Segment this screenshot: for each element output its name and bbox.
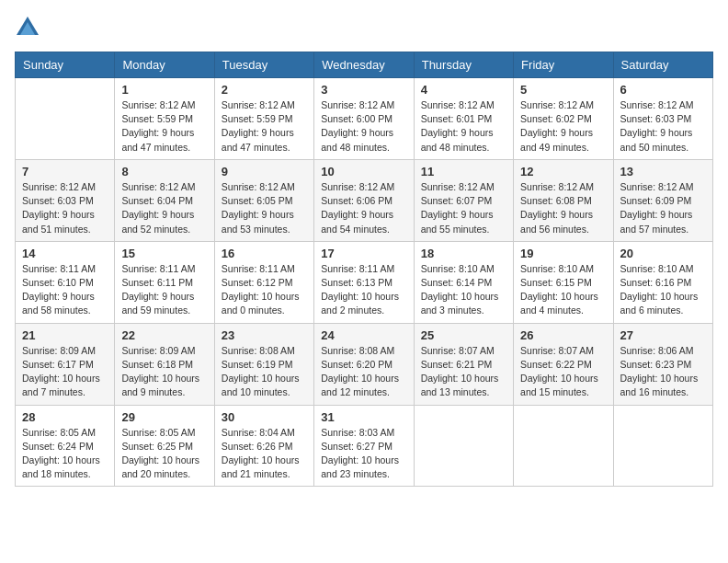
day-info: Sunrise: 8:10 AM Sunset: 6:14 PM Dayligh… [421, 262, 506, 318]
day-number: 24 [321, 328, 406, 342]
day-number: 31 [321, 410, 406, 424]
calendar-cell: 16Sunrise: 8:11 AM Sunset: 6:12 PM Dayli… [214, 241, 313, 323]
calendar-cell: 1Sunrise: 8:12 AM Sunset: 5:59 PM Daylig… [115, 78, 214, 160]
day-info: Sunrise: 8:12 AM Sunset: 5:59 PM Dayligh… [121, 98, 207, 155]
calendar-cell: 17Sunrise: 8:11 AM Sunset: 6:13 PM Dayli… [314, 241, 414, 323]
calendar-cell: 31Sunrise: 8:03 AM Sunset: 6:27 PM Dayli… [314, 405, 414, 487]
day-info: Sunrise: 8:12 AM Sunset: 6:00 PM Dayligh… [321, 98, 406, 155]
day-number: 14 [22, 247, 108, 260]
calendar-week-row: 7Sunrise: 8:12 AM Sunset: 6:03 PM Daylig… [16, 159, 713, 241]
weekday-header-cell: Saturday [613, 52, 712, 78]
calendar-cell: 27Sunrise: 8:06 AM Sunset: 6:23 PM Dayli… [613, 323, 712, 405]
calendar-cell: 19Sunrise: 8:10 AM Sunset: 6:15 PM Dayli… [514, 241, 613, 323]
day-number: 22 [121, 328, 207, 342]
day-number: 29 [121, 410, 207, 424]
weekday-header-cell: Friday [514, 52, 613, 78]
calendar-cell: 30Sunrise: 8:04 AM Sunset: 6:26 PM Dayli… [214, 405, 313, 487]
calendar-cell: 24Sunrise: 8:08 AM Sunset: 6:20 PM Dayli… [314, 323, 414, 405]
day-info: Sunrise: 8:12 AM Sunset: 6:05 PM Dayligh… [222, 180, 307, 236]
calendar-cell: 2Sunrise: 8:12 AM Sunset: 5:59 PM Daylig… [214, 78, 313, 160]
day-info: Sunrise: 8:10 AM Sunset: 6:16 PM Dayligh… [620, 262, 706, 318]
calendar-cell: 5Sunrise: 8:12 AM Sunset: 6:02 PM Daylig… [514, 78, 613, 160]
calendar-cell: 29Sunrise: 8:05 AM Sunset: 6:25 PM Dayli… [115, 405, 214, 487]
day-info: Sunrise: 8:11 AM Sunset: 6:10 PM Dayligh… [22, 262, 108, 318]
day-number: 12 [520, 165, 606, 178]
calendar-cell: 12Sunrise: 8:12 AM Sunset: 6:08 PM Dayli… [514, 159, 613, 241]
day-number: 16 [222, 247, 307, 260]
calendar-cell [16, 78, 115, 160]
day-info: Sunrise: 8:05 AM Sunset: 6:24 PM Dayligh… [22, 426, 108, 482]
day-info: Sunrise: 8:11 AM Sunset: 6:13 PM Dayligh… [321, 262, 406, 318]
day-number: 26 [520, 328, 606, 342]
calendar-cell: 15Sunrise: 8:11 AM Sunset: 6:11 PM Dayli… [115, 241, 214, 323]
weekday-header-row: SundayMondayTuesdayWednesdayThursdayFrid… [16, 52, 713, 78]
calendar-cell: 20Sunrise: 8:10 AM Sunset: 6:16 PM Dayli… [613, 241, 712, 323]
day-info: Sunrise: 8:12 AM Sunset: 5:59 PM Dayligh… [222, 98, 307, 155]
day-info: Sunrise: 8:07 AM Sunset: 6:22 PM Dayligh… [520, 344, 606, 400]
day-info: Sunrise: 8:11 AM Sunset: 6:12 PM Dayligh… [222, 262, 307, 318]
day-number: 30 [222, 410, 307, 424]
calendar-week-row: 1Sunrise: 8:12 AM Sunset: 5:59 PM Daylig… [16, 78, 713, 160]
day-info: Sunrise: 8:12 AM Sunset: 6:09 PM Dayligh… [620, 180, 706, 236]
day-number: 28 [22, 410, 108, 424]
logo-icon [15, 15, 40, 40]
weekday-header-cell: Monday [115, 52, 214, 78]
calendar-table: SundayMondayTuesdayWednesdayThursdayFrid… [15, 52, 713, 487]
day-number: 5 [520, 83, 606, 97]
day-info: Sunrise: 8:09 AM Sunset: 6:18 PM Dayligh… [121, 344, 207, 400]
day-info: Sunrise: 8:10 AM Sunset: 6:15 PM Dayligh… [520, 262, 606, 318]
weekday-header-cell: Wednesday [314, 52, 414, 78]
calendar-cell: 8Sunrise: 8:12 AM Sunset: 6:04 PM Daylig… [115, 159, 214, 241]
calendar-cell [414, 405, 513, 487]
calendar-cell: 21Sunrise: 8:09 AM Sunset: 6:17 PM Dayli… [16, 323, 115, 405]
calendar-cell: 9Sunrise: 8:12 AM Sunset: 6:05 PM Daylig… [214, 159, 313, 241]
calendar-cell: 13Sunrise: 8:12 AM Sunset: 6:09 PM Dayli… [613, 159, 712, 241]
calendar-cell: 4Sunrise: 8:12 AM Sunset: 6:01 PM Daylig… [414, 78, 513, 160]
day-number: 4 [421, 83, 506, 97]
calendar-cell: 14Sunrise: 8:11 AM Sunset: 6:10 PM Dayli… [16, 241, 115, 323]
day-number: 27 [620, 328, 706, 342]
page-header [15, 15, 713, 40]
day-number: 21 [22, 328, 108, 342]
calendar-cell: 18Sunrise: 8:10 AM Sunset: 6:14 PM Dayli… [414, 241, 513, 323]
day-number: 9 [222, 165, 307, 178]
calendar-cell: 7Sunrise: 8:12 AM Sunset: 6:03 PM Daylig… [16, 159, 115, 241]
day-info: Sunrise: 8:12 AM Sunset: 6:02 PM Dayligh… [520, 98, 606, 155]
day-number: 2 [222, 83, 307, 97]
calendar-cell: 6Sunrise: 8:12 AM Sunset: 6:03 PM Daylig… [613, 78, 712, 160]
day-info: Sunrise: 8:09 AM Sunset: 6:17 PM Dayligh… [22, 344, 108, 400]
day-info: Sunrise: 8:12 AM Sunset: 6:03 PM Dayligh… [620, 98, 706, 155]
calendar-cell: 23Sunrise: 8:08 AM Sunset: 6:19 PM Dayli… [214, 323, 313, 405]
day-info: Sunrise: 8:12 AM Sunset: 6:03 PM Dayligh… [22, 180, 108, 236]
day-info: Sunrise: 8:08 AM Sunset: 6:20 PM Dayligh… [321, 344, 406, 400]
weekday-header-cell: Sunday [16, 52, 115, 78]
day-info: Sunrise: 8:12 AM Sunset: 6:08 PM Dayligh… [520, 180, 606, 236]
calendar-cell: 3Sunrise: 8:12 AM Sunset: 6:00 PM Daylig… [314, 78, 414, 160]
calendar-cell [613, 405, 712, 487]
weekday-header-cell: Tuesday [214, 52, 313, 78]
day-info: Sunrise: 8:05 AM Sunset: 6:25 PM Dayligh… [121, 426, 207, 482]
day-info: Sunrise: 8:06 AM Sunset: 6:23 PM Dayligh… [620, 344, 706, 400]
calendar-cell [514, 405, 613, 487]
day-number: 19 [520, 247, 606, 260]
calendar-week-row: 14Sunrise: 8:11 AM Sunset: 6:10 PM Dayli… [16, 241, 713, 323]
day-number: 6 [620, 83, 706, 97]
day-info: Sunrise: 8:12 AM Sunset: 6:06 PM Dayligh… [321, 180, 406, 236]
calendar-cell: 28Sunrise: 8:05 AM Sunset: 6:24 PM Dayli… [16, 405, 115, 487]
weekday-header-cell: Thursday [414, 52, 513, 78]
calendar-week-row: 21Sunrise: 8:09 AM Sunset: 6:17 PM Dayli… [16, 323, 713, 405]
calendar-cell: 26Sunrise: 8:07 AM Sunset: 6:22 PM Dayli… [514, 323, 613, 405]
day-number: 23 [222, 328, 307, 342]
day-info: Sunrise: 8:12 AM Sunset: 6:01 PM Dayligh… [421, 98, 506, 155]
calendar-week-row: 28Sunrise: 8:05 AM Sunset: 6:24 PM Dayli… [16, 405, 713, 487]
day-number: 3 [321, 83, 406, 97]
day-number: 8 [121, 165, 207, 178]
day-number: 18 [421, 247, 506, 260]
day-number: 17 [321, 247, 406, 260]
day-number: 10 [321, 165, 406, 178]
day-info: Sunrise: 8:04 AM Sunset: 6:26 PM Dayligh… [222, 426, 307, 482]
calendar-cell: 22Sunrise: 8:09 AM Sunset: 6:18 PM Dayli… [115, 323, 214, 405]
day-number: 7 [22, 165, 108, 178]
day-number: 20 [620, 247, 706, 260]
day-number: 1 [121, 83, 207, 97]
